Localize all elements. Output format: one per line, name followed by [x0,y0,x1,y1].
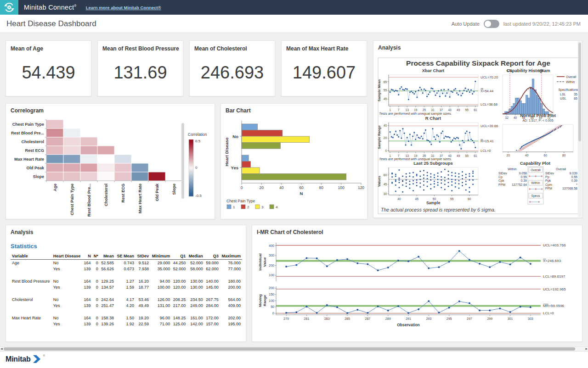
svg-text:Value: Value [263,257,267,267]
svg-text:49: 49 [457,108,460,112]
kpi-label: Mean of Age [11,45,43,52]
panel-title: Analysis [11,229,33,235]
svg-text:Age: Age [53,184,57,191]
svg-text:20: 20 [507,154,510,157]
svg-text:150: 150 [269,293,274,296]
svg-text:60: 60 [468,197,471,201]
svg-text:PPM: PPM [498,183,505,186]
svg-text:3: 3 [261,205,264,209]
svg-text:4: 4 [276,205,278,209]
kpi-label: Mean of Max Heart Rate [286,45,348,52]
svg-text:Last 25 Subgroups: Last 25 Subgroups [413,161,453,166]
sixpack-chart: Process Capability Sixpack Report for Ag… [373,41,583,218]
svg-text:30: 30 [384,192,387,195]
kpi-card-mean-age: Mean of Age 54.439 [6,40,91,96]
scrollbar-thumb[interactable] [4,347,575,351]
svg-text:USL: USL [538,69,544,72]
svg-text:55: 55 [450,197,454,201]
horizontal-scrollbar[interactable]: ◀ ▶ [0,346,588,351]
table-row: Max Heart RateNo1640158.381.5019.2096.00… [11,315,242,321]
svg-text:7: 7 [398,108,400,112]
svg-text:0: 0 [272,312,274,315]
svg-text:UCL=39.66: UCL=39.66 [481,124,498,128]
svg-text:UCL=192.965: UCL=192.965 [543,287,566,291]
top-navbar: Minitab Connect® Learn more about Minita… [0,0,588,15]
scroll-right-icon[interactable]: ▶ [585,347,588,351]
svg-text:293: 293 [426,317,431,320]
table-row: Yes139056.6260.6737.93835.00052.00058.00… [11,266,242,272]
last-updated-text: last updated 9/20/22, 12:45:23 PM [503,21,581,27]
page-header: Heart Disease Dashboard Auto Update last… [0,15,588,33]
page-title: Heart Disease Dashboard [6,19,96,28]
svg-text:60: 60 [544,154,548,157]
svg-text:0.55: 0.55 [571,175,577,178]
svg-text:Xbar Chart: Xbar Chart [422,68,445,73]
correlogram-panel: Correlogram Chest Pain TypeRest Blood Pr… [6,103,215,219]
svg-text:0.39: 0.39 [571,179,577,182]
svg-text:Overall: Overall [556,167,566,171]
statistics-heading[interactable]: Statistics [11,243,37,250]
svg-text:Sample Range: Sample Range [377,125,381,149]
toggle-knob [485,21,491,27]
svg-text:Capability Plot: Capability Plot [520,161,551,166]
svg-text:45: 45 [384,183,387,186]
svg-text:Within: Within [566,80,575,84]
svg-text:20: 20 [260,185,264,190]
auto-update-toggle[interactable] [484,20,499,28]
svg-text:Slope: Slope [172,184,176,195]
svg-text:Sample: Sample [426,201,441,205]
imr-chart: UCL=403.766X=246.693LCL=89.6197100200300… [252,225,583,342]
svg-text:LSL: LSL [507,69,513,72]
svg-text:9.039: 9.039 [569,172,577,175]
svg-text:*: * [576,183,577,186]
svg-text:80: 80 [319,185,324,190]
kpi-card-mean-rest-bp: Mean of Rest Blood Pressure 131.69 [97,40,183,96]
brand-title: Minitab Connect® [24,4,77,11]
svg-text:Range: Range [263,295,267,306]
svg-text:55: 55 [465,154,469,157]
scroll-left-icon[interactable]: ◀ [0,347,3,351]
svg-text:UCL=403.766: UCL=403.766 [543,243,566,247]
svg-text:281: 281 [304,317,310,320]
svg-text:45: 45 [384,97,387,100]
svg-text:55: 55 [465,108,469,112]
svg-text:120: 120 [358,185,364,190]
svg-text:USL: USL [560,97,566,100]
svg-text:31: 31 [431,108,435,112]
svg-text:Cholesterol: Cholesterol [104,184,108,206]
svg-text:N: N [300,191,303,196]
svg-text:Cpk: Cpk [498,179,504,183]
svg-text:Correlation: Correlation [188,132,207,137]
statistics-table: VariableHeart DiseaseNN*MeanSE MeanStDev… [11,253,242,327]
svg-text:LCL=89.6197: LCL=89.6197 [543,274,565,279]
kpi-value: 246.693 [190,63,275,83]
svg-text:40: 40 [384,124,387,127]
svg-text:13: 13 [406,108,409,112]
svg-text:Normal Prob Plot: Normal Prob Plot [520,113,556,118]
svg-text:55: 55 [384,89,387,92]
svg-text:137752.64: 137752.64 [512,183,527,186]
svg-text:60: 60 [299,185,304,190]
svg-text:303: 303 [528,317,533,320]
panel-scrollbar[interactable] [578,41,582,217]
svg-text:50: 50 [271,305,274,308]
svg-text:Max Heart Rate: Max Heart Rate [138,184,142,213]
svg-text:Rest ECG: Rest ECG [121,184,125,203]
bar-chart: NoYes020406080100120NHeart DiseaseChest … [221,104,368,220]
auto-update-label: Auto Update [452,21,480,27]
svg-text:Observation: Observation [397,323,420,327]
svg-text:Pp: Pp [545,175,549,179]
svg-text:2: 2 [247,205,249,209]
svg-text:40: 40 [525,154,529,157]
svg-text:Sample Mean: Sample Mean [377,79,381,101]
table-row: Rest Blood PressureNo1640129.251.2716.20… [11,278,242,284]
svg-text:Process Capability Sixpack Rep: Process Capability Sixpack Report for Ag… [406,59,550,67]
svg-text:80: 80 [562,154,566,157]
svg-text:LCL=38.68: LCL=38.68 [481,102,498,106]
svg-text:200: 200 [269,264,274,267]
kpi-value: 149.607 [282,63,367,83]
svg-text:Values: Values [377,176,381,187]
svg-text:Old Peak: Old Peak [26,166,45,170]
learn-more-link[interactable]: Learn more about Minitab Connect® [86,5,161,10]
svg-text:Chest Pain Type: Chest Pain Type [12,122,44,127]
